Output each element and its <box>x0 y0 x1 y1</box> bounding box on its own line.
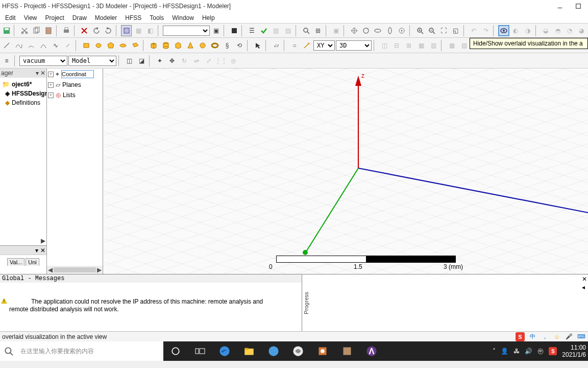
circle-icon[interactable] <box>93 40 104 51</box>
tree-project[interactable]: 📁 oject6* <box>1 80 45 89</box>
torus-icon[interactable] <box>209 40 220 51</box>
taskview-icon[interactable] <box>188 341 212 361</box>
move-icon[interactable]: ✥ <box>166 55 178 66</box>
orbit-icon[interactable] <box>397 25 407 36</box>
rotate-icon[interactable] <box>360 25 371 36</box>
material-combo[interactable]: vacuum <box>19 56 67 66</box>
line-icon[interactable] <box>1 40 12 51</box>
mirror-icon[interactable]: ⇌ <box>191 55 202 66</box>
vis5-icon[interactable]: ◔ <box>564 25 575 36</box>
select-obj-icon[interactable] <box>252 40 263 51</box>
tray-ime-icon[interactable]: ㊥ <box>537 347 544 356</box>
tray-volume-icon[interactable]: 🔊 <box>525 348 532 355</box>
menu-window[interactable]: Window <box>168 13 198 22</box>
box-icon[interactable] <box>148 40 159 51</box>
viewport-3d[interactable]: z 0 1.5 3 (mm) <box>103 68 588 274</box>
redo-icon[interactable] <box>103 25 114 36</box>
grid-a-icon[interactable]: ▦ <box>446 40 457 51</box>
plane-combo[interactable]: XY <box>313 40 335 51</box>
model-combo[interactable]: Model <box>68 56 116 66</box>
sphere-icon[interactable] <box>197 40 208 51</box>
analyze-icon[interactable]: ▥ <box>271 25 281 36</box>
app4-icon[interactable] <box>335 341 359 361</box>
app2-icon[interactable] <box>286 341 310 361</box>
split5-icon[interactable]: ▥ <box>428 40 439 51</box>
find-icon[interactable]: ▣ <box>211 25 222 36</box>
polyline-icon[interactable]: ⟋ <box>62 40 74 51</box>
coord-edit[interactable] <box>61 70 94 78</box>
tray-up-icon[interactable]: ˄ <box>493 348 496 355</box>
print-icon[interactable] <box>61 25 71 36</box>
tree-design[interactable]: ◈ HFSSDesign <box>1 89 45 98</box>
maximize-icon[interactable] <box>575 3 582 10</box>
tool-a-icon[interactable]: ▦ <box>133 25 143 36</box>
vis3-icon[interactable]: ◒ <box>540 25 551 36</box>
menu-view[interactable]: View <box>20 13 41 22</box>
origin-icon[interactable]: ○ <box>289 40 300 51</box>
array-icon[interactable]: ⋮⋮ <box>215 55 227 66</box>
tray-sogou-icon[interactable]: S <box>549 347 557 355</box>
zoom-xy-icon[interactable]: ⊞ <box>312 25 323 36</box>
offset-icon[interactable]: ◎ <box>228 55 239 66</box>
split4-icon[interactable]: ▦ <box>415 40 427 51</box>
split2-icon[interactable]: ⊟ <box>391 40 402 51</box>
expand-icon[interactable]: + <box>48 82 54 88</box>
align-icon[interactable]: ≡ <box>1 55 12 66</box>
zoom-window-icon[interactable] <box>301 25 311 36</box>
view-combo[interactable]: 3D <box>336 40 372 51</box>
tree-lists[interactable]: + ◎ Lists <box>47 90 103 100</box>
group-icon[interactable]: ▣ <box>331 25 341 36</box>
explorer-icon[interactable] <box>237 341 261 361</box>
scroll-right-icon[interactable]: ▶ <box>97 266 102 273</box>
props-close-icon[interactable]: ✕ <box>40 247 45 254</box>
vis6-icon[interactable]: ◕ <box>576 25 587 36</box>
props-tab-unit[interactable]: Uni <box>26 258 39 266</box>
zoom-in-icon[interactable] <box>414 25 425 36</box>
zoom-fit-icon[interactable]: ⛶ <box>438 25 449 36</box>
arc2-icon[interactable] <box>38 40 49 51</box>
zoom-sel-icon[interactable]: ◱ <box>450 25 461 36</box>
ime-punct-icon[interactable]: ， <box>540 332 549 341</box>
app3-icon[interactable] <box>310 341 335 361</box>
tree-definitions[interactable]: ◆ Definitions <box>1 98 45 107</box>
plane-tool-icon[interactable]: ▱ <box>271 40 282 51</box>
cone-icon[interactable] <box>185 40 196 51</box>
emoji-icon[interactable]: ☺ <box>552 332 561 341</box>
sheet-icon[interactable] <box>130 40 141 51</box>
group2-icon[interactable]: ◪ <box>136 55 147 66</box>
expand-icon[interactable]: + <box>48 72 54 77</box>
copy-icon[interactable] <box>31 25 42 36</box>
group1-icon[interactable]: ◫ <box>124 55 135 66</box>
measure-icon[interactable]: ✦ <box>154 55 165 66</box>
polygon-icon[interactable] <box>105 40 116 51</box>
scroll-left-icon[interactable]: ◀ <box>48 266 53 273</box>
hfss-app-icon[interactable]: Λ <box>359 341 384 361</box>
vector-icon[interactable] <box>301 40 312 51</box>
menu-project[interactable]: Project <box>41 13 68 22</box>
sogou-ime-icon[interactable]: S <box>516 332 525 341</box>
pan-icon[interactable] <box>349 25 359 36</box>
taskbar-clock[interactable]: 11:00 2021/1/6 <box>562 344 586 359</box>
save-icon[interactable] <box>1 25 12 36</box>
panel-close-icon[interactable]: ✕ <box>40 70 45 77</box>
menu-tools[interactable]: Tools <box>145 13 168 22</box>
scroll-right-icon[interactable]: ▶ <box>41 237 45 244</box>
hide-show-overlay-icon[interactable] <box>498 25 509 36</box>
scale-icon[interactable]: ⤢ <box>203 55 214 66</box>
expand-icon[interactable]: + <box>48 93 54 98</box>
progress-close-icon[interactable]: ✕ <box>582 275 587 283</box>
stop-icon[interactable] <box>229 25 239 36</box>
mic-icon[interactable]: 🎤 <box>565 332 574 341</box>
rectangle-icon[interactable] <box>81 40 92 51</box>
prism-icon[interactable] <box>173 40 184 51</box>
grid-b-icon[interactable]: ▧ <box>458 40 470 51</box>
tool-b-icon[interactable]: ◧ <box>145 25 156 36</box>
menu-modeler[interactable]: Modeler <box>91 13 121 22</box>
sweep-icon[interactable]: ⟲ <box>234 40 245 51</box>
tray-network-icon[interactable]: 🖧 <box>513 348 520 355</box>
taskbar-search[interactable]: 在这里输入你要搜索的内容 <box>17 341 163 361</box>
paste-icon[interactable] <box>43 25 54 36</box>
cortana-icon[interactable] <box>163 341 188 361</box>
arc-icon[interactable] <box>26 40 37 51</box>
progress-collapse-icon[interactable]: ◂ <box>582 284 587 291</box>
